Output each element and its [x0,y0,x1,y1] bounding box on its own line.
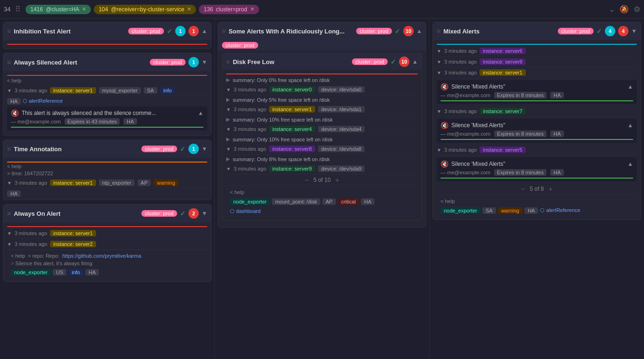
df-summary-text2[interactable]: summary: Only 5% free space left on /dis… [233,97,330,103]
always-on-count: 2 [188,208,199,219]
silence3-expand[interactable]: ▲ [628,161,633,167]
disk-free-title: Disk Free Low [233,58,349,65]
df-summary3: ▶ summary: Only 10% free space left on /… [226,115,418,124]
time-annotation-check[interactable]: ✓ [180,145,186,153]
tab-receiver[interactable]: 104 @receiver=by-cluster-service ✕ [94,5,196,14]
silenced-instance-tag: instance: server1 [50,87,96,94]
silence1-expand[interactable]: ▲ [628,83,633,90]
df-summary-text1[interactable]: summary: Only 0% free space left on /dis… [233,77,330,83]
help-link[interactable]: < help [7,78,207,83]
always-on-title: Always On Alert [14,210,138,217]
df-summary4: ▶ summary: Only 10% free space left on /… [226,135,418,144]
column-1: ≡ Inhibition Test Alert cluster: prod ✓ … [0,19,215,359]
topbar-icons: ⌄ 🔕 ⚙ [609,5,640,14]
silence3-header: 🔇 Silence 'Mixed Alerts" ▲ [440,160,633,168]
chevron-down-icon[interactable]: ⌄ [609,5,615,14]
silence2-author: — me@example.com [440,131,490,137]
ta-time: 3 minutes ago [15,180,47,186]
disk-free-expand[interactable]: ▲ [412,58,418,65]
bell-off-icon[interactable]: 🔕 [620,5,629,14]
always-on-body: ▼ 3 minutes ago instance: server1 ▼ 3 mi… [3,222,211,281]
silence-expand-icon[interactable]: ▲ [198,110,204,116]
df-footer-tags: node_exporter mount_point: /disk AP crit… [230,198,414,205]
df-row3: ▼ 3 minutes ago instance: server4 device… [226,124,418,135]
ao-help-section: < help > repo: Repo: https://github.com/… [7,250,207,278]
silence2-header: 🔇 Silence 'Mixed Alerts" ▲ [440,122,633,129]
arrow-down-icon: ▼ [226,107,231,112]
silence1-title: Silence 'Mixed Alerts" [451,83,625,90]
silence1-author: — me@example.com [440,92,490,98]
time-annotation-header: ≡ Time Annotation cluster: prod ✓ 1 ▼ [3,140,211,158]
df-node-exporter-tag: node_exporter [230,198,270,205]
card-mixed-alerts: ≡ Mixed Alerts cluster: prod ✓ 4 4 ▼ ▼ 3… [432,22,641,220]
arrow-down-icon: ▼ [7,88,12,93]
ma-page-info: 5 of 8 [530,186,544,192]
ma-server6-row: ▼ 3 minutes ago instance: server6 [437,46,637,57]
df-summary-text3[interactable]: summary: Only 10% free space left on /di… [233,117,333,122]
some-alerts-count: 10 [403,26,414,36]
some-alerts-expand[interactable]: ▲ [416,28,422,34]
silence-block-mixed3: 🔇 Silence 'Mixed Alerts" ▲ — me@example.… [437,157,637,181]
ma-sep [437,44,637,45]
always-on-check[interactable]: ✓ [180,210,186,217]
ao-sep [7,226,207,227]
arrow-down-icon: ▼ [7,180,12,186]
always-on-expand[interactable]: ▼ [202,210,207,217]
ma-pagination-prev[interactable]: − [521,185,525,193]
mixed-alerts-check[interactable]: ✓ [596,27,602,35]
inhibition-test-title: Inhibition Test Alert [14,28,125,35]
tab1-label: @cluster=HA [46,6,79,13]
arrow-down-icon: ▼ [437,49,441,54]
arrow-right-icon: ▶ [226,156,230,162]
df-dashboard-row: ⬡ dashboard [230,208,414,214]
time-annotation-expand[interactable]: ▼ [202,146,207,152]
disk-free-body: ▶ summary: Only 0% free space left on /d… [222,70,422,220]
df-sep [226,73,418,74]
tab2-label: @receiver=by-cluster-service [111,6,184,13]
arrow-right-icon: ▶ [226,136,230,142]
df-dashboard-link[interactable]: ⬡ dashboard [230,208,261,214]
df-help-link[interactable]: < help [230,189,244,195]
always-on-cluster: cluster: prod [141,210,178,217]
some-alerts-check[interactable]: ✓ [395,27,400,35]
inhibition-separator [7,44,207,45]
silence2-title: Silence 'Mixed Alerts" [451,122,625,129]
silence3-meta: — me@example.com Expires in 8 minutes HA [440,169,633,176]
ma-warning-tag: warning [498,207,523,214]
tab1-close-icon[interactable]: ✕ [82,6,86,12]
tab2-close-icon[interactable]: ✕ [187,6,191,12]
df-summary-text4[interactable]: summary: Only 10% free space left on /di… [233,137,333,142]
settings-icon[interactable]: ⚙ [634,5,640,14]
main-content: ≡ Inhibition Test Alert cluster: prod ✓ … [0,19,644,359]
pagination-prev-icon[interactable]: − [305,176,309,184]
tab-cluster-ha[interactable]: 1416 @cluster=HA ✕ [25,5,91,14]
df-summary-text5[interactable]: summary: Only 8% free space left on /dis… [233,156,330,162]
ma-server1-row: ▼ 3 minutes ago instance: server1 [437,67,637,78]
inhibition-expand-icon[interactable]: ▲ [202,28,207,34]
ma-alert-ref-link[interactable]: ⬡ alertReference [540,207,580,214]
ao-repo-link[interactable]: https://github.com/prymitive/karma [62,253,141,259]
ao-help-link[interactable]: < help [11,253,25,259]
topbar-menu-icon[interactable]: ⠿ [15,5,21,14]
silence2-expand[interactable]: ▲ [628,122,633,129]
topbar: 34 ⠿ 1416 @cluster=HA ✕ 104 @receiver=by… [0,0,644,19]
ao-instance1-tag: instance: server1 [50,230,96,237]
ma-pagination-next[interactable]: + [549,185,553,193]
tab-cluster-prod[interactable]: 136 cluster=prod ✕ [199,5,259,14]
pagination-next-icon[interactable]: + [335,176,339,184]
tab3-close-icon[interactable]: ✕ [250,6,254,12]
ta-help-link[interactable]: < help [7,163,207,169]
inhibition-check-icon[interactable]: ✓ [167,27,172,35]
ao-us-tag: US [53,269,66,276]
ta-ap-tag: AP [138,180,151,186]
mixed-alerts-header: ≡ Mixed Alerts cluster: prod ✓ 4 4 ▼ [433,22,641,40]
arrow-down-icon: ▼ [226,127,231,132]
mixed-alerts-expand[interactable]: ▼ [631,28,637,34]
alert-reference-link[interactable]: ⬡ alertReference [23,98,63,105]
ma-help-link[interactable]: < help [440,198,455,204]
df-row1: ▼ 3 minutes ago instance: server0 device… [226,84,418,95]
disk-free-check[interactable]: ✓ [391,58,396,65]
always-silenced-expand[interactable]: ▼ [202,59,207,65]
tab2-count: 104 [98,6,108,13]
inhibition-cluster-badge: cluster: prod [128,28,164,34]
